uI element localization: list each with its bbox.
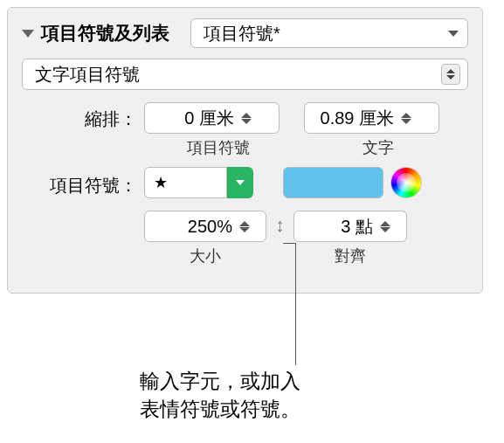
text-indent-sublabel: 文字: [362, 137, 394, 158]
bullet-type-dropdown[interactable]: 文字項目符號: [22, 59, 468, 90]
text-indent-stepper[interactable]: 0.89 厘米: [304, 102, 439, 134]
bullet-indent-stepper[interactable]: 0 厘米: [144, 102, 280, 134]
callout-line2: 表情符號或符號。: [140, 395, 300, 423]
size-stepper[interactable]: 250%: [144, 211, 266, 242]
bullet-indent-sublabel: 項目符號: [187, 137, 250, 158]
bullet-type-value: 文字項目符號: [35, 63, 140, 87]
bullet-indent-value: 0 厘米: [154, 107, 234, 130]
chevron-down-icon: [236, 180, 245, 185]
disclosure-triangle-icon[interactable]: [22, 30, 34, 38]
chevron-down-icon: [448, 31, 459, 37]
stepper-icon[interactable]: [239, 221, 250, 232]
text-indent-value: 0.89 厘米: [314, 107, 394, 130]
callout-leader-line: [295, 243, 296, 365]
size-align-row: 250% 大小 ↕ 3 點 對齊: [22, 211, 468, 266]
callout-line1: 輸入字元，或加入: [140, 367, 300, 395]
color-wheel-icon[interactable]: [390, 167, 422, 198]
indent-label: 縮排：: [22, 102, 144, 131]
bullet-char-field[interactable]: ★: [144, 167, 253, 198]
header-row: 項目符號及列表 項目符號*: [22, 18, 468, 48]
indent-row: 縮排： 0 厘米 項目符號 0.89 厘米 文字: [22, 102, 468, 158]
popup-stepper-icon: [441, 64, 460, 85]
bullet-color-swatch[interactable]: [283, 167, 383, 198]
align-stepper[interactable]: 3 點: [293, 211, 407, 242]
align-arrows-icon: ↕: [275, 211, 285, 237]
section-title: 項目符號及列表: [41, 21, 169, 45]
size-sublabel: 大小: [190, 246, 221, 266]
stepper-icon[interactable]: [380, 221, 390, 232]
bullet-char-input[interactable]: ★: [144, 167, 227, 198]
size-value: 250%: [154, 217, 232, 237]
callout-text: 輸入字元，或加入 表情符號或符號。: [140, 367, 300, 423]
bullet-char-label: 項目符號：: [22, 169, 144, 197]
stepper-icon[interactable]: [241, 113, 252, 124]
list-style-dropdown[interactable]: 項目符號*: [190, 18, 468, 48]
list-style-value: 項目符號*: [204, 22, 280, 45]
spacer: [22, 211, 144, 216]
align-sublabel: 對齊: [335, 246, 366, 266]
bullet-char-dropdown-button[interactable]: [227, 167, 253, 198]
align-value: 3 點: [303, 215, 373, 239]
stepper-icon[interactable]: [401, 113, 411, 124]
bullets-lists-panel: 項目符號及列表 項目符號* 文字項目符號 縮排： 0 厘米 項目符號: [7, 7, 483, 294]
bullet-char-row: 項目符號： ★: [22, 167, 468, 198]
